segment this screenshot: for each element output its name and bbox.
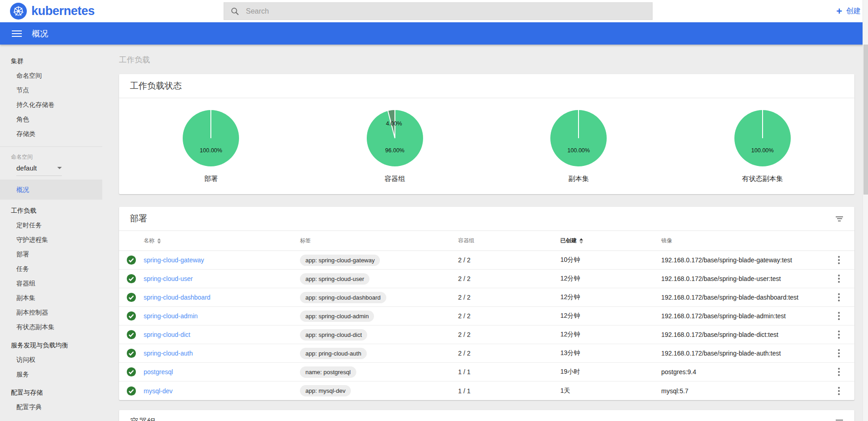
workload-status-title: 工作负载状态: [130, 80, 182, 92]
sidebar-item-persistent-volumes[interactable]: 持久化存储卷: [0, 97, 102, 112]
row-menu-icon[interactable]: [835, 256, 843, 264]
table-row: spring-cloud-auth app: pring-cloud-auth …: [119, 344, 854, 363]
deployment-name-link[interactable]: postgresql: [144, 368, 173, 376]
image-cell: 192.168.0.172/base/spring-blade-dict:tes…: [661, 331, 829, 338]
menu-icon[interactable]: [12, 29, 22, 39]
row-menu-icon[interactable]: [835, 349, 843, 357]
deployment-name-link[interactable]: spring-cloud-dict: [144, 331, 190, 338]
sidebar-item-daemon-sets[interactable]: 守护进程集: [0, 232, 102, 247]
created-cell: 12分钟: [560, 275, 661, 283]
table-row: spring-cloud-dashboard app: spring-cloud…: [119, 288, 854, 307]
sidebar-item-jobs[interactable]: 任务: [0, 261, 102, 276]
pods-title: 容器组: [130, 416, 156, 421]
row-menu-icon[interactable]: [835, 368, 843, 376]
pie-secondary-label: 4.00%: [386, 120, 402, 127]
column-header-images[interactable]: 镜像: [661, 237, 829, 245]
column-header-created[interactable]: 已创建: [560, 237, 661, 245]
pods-cell: 2 / 2: [458, 275, 560, 282]
pods-cell: 2 / 2: [458, 294, 560, 301]
table-row: postgresql name: postgresql 1 / 1 19小时 p…: [119, 363, 854, 381]
pods-cell: 1 / 1: [458, 387, 560, 395]
pie-value-label: 100.00%: [200, 147, 222, 154]
status-ok-icon: [126, 367, 136, 377]
deployment-name-link[interactable]: spring-cloud-gateway: [144, 256, 204, 264]
row-menu-icon[interactable]: [835, 387, 843, 395]
sidebar-item-roles[interactable]: 角色: [0, 112, 102, 126]
sidebar-item-namespaces[interactable]: 命名空间: [0, 68, 102, 83]
sidebar-section-workloads[interactable]: 工作负载: [0, 203, 102, 218]
pie-chart-stateful-sets[interactable]: 100.00%: [734, 110, 791, 166]
namespace-select[interactable]: default: [16, 164, 62, 176]
pie-chart-pods[interactable]: 4.00% 96.00%: [367, 110, 423, 166]
pie-chart-deployments[interactable]: 100.00%: [183, 110, 239, 166]
sidebar-item-deployments[interactable]: 部署: [0, 247, 102, 261]
table-row: spring-cloud-dict app: spring-cloud-dict…: [119, 326, 854, 344]
deployment-name-link[interactable]: mysql-dev: [144, 387, 173, 395]
label-pill: app: spring-cloud-gateway: [300, 255, 380, 266]
column-header-labels[interactable]: 标签: [300, 237, 458, 245]
scrollbar[interactable]: [863, 0, 868, 421]
kubernetes-brand[interactable]: kubernetes: [10, 3, 95, 20]
pods-cell: 2 / 2: [458, 256, 560, 264]
label-pill: app: spring-cloud-admin: [300, 311, 374, 322]
row-menu-icon[interactable]: [835, 293, 843, 301]
deployments-title: 部署: [130, 213, 147, 225]
pie-caption: 容器组: [384, 175, 405, 183]
filter-icon[interactable]: [835, 418, 843, 421]
sidebar-item-stateful-sets[interactable]: 有状态副本集: [0, 320, 102, 334]
pie-stateful-sets: 100.00% 有状态副本集: [671, 110, 855, 183]
sidebar-section-cluster[interactable]: 集群: [0, 54, 102, 68]
status-ok-icon: [126, 255, 136, 265]
status-ok-icon: [126, 386, 136, 396]
column-header-pods[interactable]: 容器组: [458, 237, 560, 245]
pods-card: 容器组: [119, 410, 854, 421]
created-cell: 12分钟: [560, 293, 661, 301]
created-cell: 12分钟: [560, 331, 661, 339]
sort-icon[interactable]: [157, 238, 161, 244]
brand-text: kubernetes: [31, 4, 95, 18]
deployment-name-link[interactable]: spring-cloud-admin: [144, 312, 198, 320]
status-ok-icon: [126, 274, 136, 284]
row-menu-icon[interactable]: [835, 312, 843, 320]
sidebar-item-replication-controllers[interactable]: 副本控制器: [0, 305, 102, 320]
search-icon: [230, 7, 239, 16]
title-bar: 概况: [0, 22, 868, 45]
sort-icon-active[interactable]: [579, 238, 583, 244]
deployment-name-link[interactable]: spring-cloud-user: [144, 275, 193, 282]
pie-deployments: 100.00% 部署: [119, 110, 303, 183]
pie-value-label: 96.00%: [385, 147, 404, 154]
label-pill: app: spring-cloud-user: [300, 273, 369, 285]
sidebar-item-overview[interactable]: 概况: [0, 180, 102, 200]
sidebar-section-config-storage[interactable]: 配置与存储: [0, 385, 102, 400]
row-menu-icon[interactable]: [835, 331, 843, 339]
image-cell: 192.168.0.172/base/spring-blade-auth:tes…: [661, 350, 829, 357]
column-header-name[interactable]: 名称: [144, 237, 300, 245]
pie-chart-replica-sets[interactable]: 100.00%: [550, 110, 607, 166]
deployment-name-link[interactable]: spring-cloud-dashboard: [144, 294, 210, 301]
filter-icon[interactable]: [835, 215, 843, 222]
image-cell: 192.168.0.172/base/spring-blade-gateway:…: [661, 256, 829, 264]
pods-cell: 2 / 2: [458, 312, 560, 320]
sidebar-section-discovery[interactable]: 服务发现与负载均衡: [0, 338, 102, 352]
created-cell: 12分钟: [560, 312, 661, 320]
created-cell: 13分钟: [560, 349, 661, 357]
sidebar-item-services[interactable]: 服务: [0, 367, 102, 381]
deployment-name-link[interactable]: spring-cloud-auth: [144, 350, 193, 357]
sidebar-item-config-maps[interactable]: 配置字典: [0, 400, 102, 414]
row-menu-icon[interactable]: [835, 275, 843, 283]
pie-charts-row: 100.00% 部署 4.00% 96.00% 容器组 100.00% 副本: [119, 98, 854, 194]
create-button[interactable]: + 创建: [836, 0, 861, 22]
pie-pods: 4.00% 96.00% 容器组: [303, 110, 487, 183]
sidebar-item-storage-classes[interactable]: 存储类: [0, 126, 102, 141]
sidebar-divider: [0, 146, 102, 147]
sidebar-item-pods[interactable]: 容器组: [0, 276, 102, 291]
sidebar-item-nodes[interactable]: 节点: [0, 83, 102, 97]
label-pill: app: spring-cloud-dict: [300, 329, 367, 341]
pie-value-label: 100.00%: [751, 147, 773, 154]
sidebar-item-cron-jobs[interactable]: 定时任务: [0, 218, 102, 232]
scrollbar-thumb[interactable]: [863, 45, 868, 195]
search-bar[interactable]: [224, 2, 653, 20]
search-input[interactable]: [246, 7, 609, 15]
sidebar-item-replica-sets[interactable]: 副本集: [0, 291, 102, 305]
sidebar-item-ingresses[interactable]: 访问权: [0, 352, 102, 367]
